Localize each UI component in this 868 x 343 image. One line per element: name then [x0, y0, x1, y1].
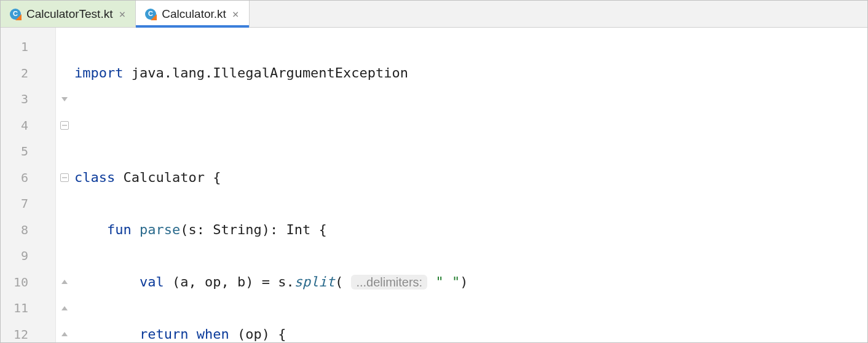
line-number: 11	[1, 295, 55, 321]
code-editor[interactable]: 1 2 3 4 5 6 7 8 9 10 11 12 import java.l…	[1, 28, 867, 342]
method-call: split	[294, 274, 335, 290]
fold-toggle-icon[interactable]	[60, 121, 69, 130]
code-area[interactable]: import java.lang.IllegalArgumentExceptio…	[73, 28, 867, 342]
line-number: 12	[1, 321, 55, 344]
code-text: (a, op, b) = s.	[164, 274, 294, 290]
fold-gutter	[56, 28, 73, 342]
close-icon[interactable]: ×	[117, 7, 127, 20]
svg-text:C: C	[148, 10, 153, 17]
fold-toggle-icon[interactable]	[60, 173, 69, 182]
line-number-gutter: 1 2 3 4 5 6 7 8 9 10 11 12	[1, 28, 56, 342]
kotlin-file-icon: C	[9, 8, 22, 20]
keyword: when	[197, 326, 229, 342]
tab-label: CalculatorTest.kt	[26, 7, 112, 21]
line-number: 1	[1, 34, 55, 60]
tab-calculatortest[interactable]: C CalculatorTest.kt ×	[1, 1, 136, 27]
parameter-hint: ...delimiters:	[351, 275, 427, 290]
line-number: 5	[1, 138, 55, 165]
code-text: java.lang.IllegalArgumentException	[123, 65, 408, 81]
line-number: 3	[1, 86, 55, 112]
keyword: return	[140, 326, 188, 342]
fold-toggle-icon[interactable]	[61, 332, 68, 336]
fold-toggle-icon[interactable]	[61, 97, 68, 101]
fold-toggle-icon[interactable]	[61, 306, 68, 310]
keyword: class	[74, 170, 115, 185]
code-text: (s: String): Int {	[180, 222, 326, 237]
code-text: Calculator {	[115, 170, 221, 185]
line-number: 9	[1, 243, 55, 269]
keyword: val	[140, 274, 164, 290]
string-literal: " "	[435, 274, 460, 290]
line-number: 10	[1, 269, 55, 296]
keyword: import	[74, 65, 123, 81]
line-number: 4	[1, 112, 55, 139]
line-number: 6	[1, 165, 55, 191]
line-number: 2	[1, 60, 55, 87]
kotlin-file-icon: C	[144, 8, 157, 20]
keyword: fun	[107, 222, 132, 237]
tab-calculator[interactable]: C Calculator.kt ×	[136, 1, 249, 27]
tab-label: Calculator.kt	[162, 7, 226, 21]
editor-tabbar: C CalculatorTest.kt × C Calculator.kt ×	[1, 1, 867, 28]
code-text: (op) {	[229, 326, 286, 342]
svg-text:C: C	[13, 10, 18, 17]
line-number: 7	[1, 191, 55, 217]
function-name: parse	[140, 222, 180, 237]
line-number: 8	[1, 217, 55, 243]
close-icon[interactable]: ×	[231, 7, 240, 20]
fold-toggle-icon[interactable]	[61, 280, 68, 284]
